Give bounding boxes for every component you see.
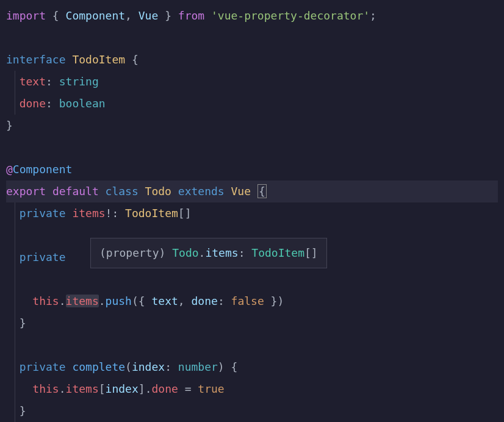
property-name: items xyxy=(72,207,105,220)
type-name: TodoItem xyxy=(72,53,125,66)
property-name: items xyxy=(66,382,99,395)
indent xyxy=(6,404,20,417)
string-literal: 'vue-property-decorator' xyxy=(211,9,370,22)
property-name: text xyxy=(20,75,46,88)
boolean-literal: true xyxy=(198,382,224,395)
base-class: Vue xyxy=(231,185,251,198)
code-line: } xyxy=(6,400,498,422)
keyword-this: this xyxy=(32,382,59,395)
parameter: index xyxy=(132,360,165,373)
dot: . xyxy=(99,295,106,307)
tooltip-dot: . xyxy=(199,246,206,259)
keyword-from: from xyxy=(178,9,204,22)
paren: ) xyxy=(218,360,231,373)
decorator-at: @ xyxy=(6,163,13,176)
tooltip-paren: ) xyxy=(159,246,173,259)
space xyxy=(204,9,211,22)
space xyxy=(99,185,106,198)
indent xyxy=(6,97,20,110)
colon: : xyxy=(218,295,231,307)
keyword-private: private xyxy=(20,207,66,220)
code-line: this.items[index].done = true xyxy=(6,378,498,400)
brace: { xyxy=(46,9,66,22)
keyword-interface: interface xyxy=(6,53,66,66)
brace: } xyxy=(20,316,26,329)
space xyxy=(125,53,132,66)
indent xyxy=(6,360,20,373)
brace: } xyxy=(158,9,178,22)
code-line: private items!: TodoItem[] xyxy=(6,202,498,224)
hover-tooltip: (property) Todo.items: TodoItem[] xyxy=(90,238,327,268)
space xyxy=(251,185,257,198)
indent xyxy=(6,251,20,263)
tooltip-class: Todo xyxy=(172,246,198,259)
semicolon: ; xyxy=(370,9,376,22)
indent xyxy=(6,295,32,307)
brace: { xyxy=(132,53,139,66)
brace-cursor: { xyxy=(257,184,267,198)
code-line: import { Component, Vue } from 'vue-prop… xyxy=(6,5,498,27)
space xyxy=(46,185,52,198)
property-name: done xyxy=(151,382,178,395)
code-line: @Component xyxy=(6,159,498,181)
brace: } xyxy=(6,119,13,132)
colon: : xyxy=(165,360,178,373)
equals: = xyxy=(178,382,198,395)
paren: }) xyxy=(264,295,284,307)
tooltip-paren: ( xyxy=(99,246,106,259)
indent xyxy=(6,207,20,220)
keyword-class: class xyxy=(106,185,139,198)
identifier: Vue xyxy=(139,9,159,22)
bang: ! xyxy=(106,207,112,220)
tooltip-colon: : xyxy=(239,246,252,259)
bracket: ] xyxy=(139,382,145,395)
tooltip-brackets: [] xyxy=(304,246,318,259)
comma: , xyxy=(125,9,139,22)
dot: . xyxy=(59,382,66,395)
code-line-active: export default class Todo extends Vue { xyxy=(6,181,498,202)
code-line-blank xyxy=(6,137,498,159)
colon: : xyxy=(112,207,125,220)
keyword-this: this xyxy=(32,295,59,307)
variable: index xyxy=(106,382,139,395)
keyword-import: import xyxy=(6,9,46,22)
space xyxy=(66,207,73,220)
brace: { xyxy=(231,360,238,373)
method-name: complete xyxy=(72,360,125,373)
argument: text xyxy=(151,295,178,307)
indent xyxy=(6,382,32,395)
keyword-export: export xyxy=(6,185,46,198)
type-name: TodoItem xyxy=(125,207,178,220)
code-line: interface TodoItem { xyxy=(6,49,498,71)
code-line: private (property) Todo.items: TodoItem[… xyxy=(6,246,498,290)
tooltip-prop: items xyxy=(205,246,238,259)
space xyxy=(171,185,178,198)
code-line: this.items.push({ text, done: false }) xyxy=(6,290,498,312)
space xyxy=(66,360,73,373)
space xyxy=(139,185,145,198)
type-primitive: string xyxy=(59,75,99,88)
brackets: [] xyxy=(178,207,192,220)
boolean-literal: false xyxy=(231,295,264,307)
tooltip-label: property xyxy=(106,246,159,259)
code-line: text: string xyxy=(6,71,498,93)
code-line: private complete(index: number) { xyxy=(6,356,498,378)
brace: } xyxy=(20,404,26,417)
indent xyxy=(6,316,20,329)
space xyxy=(66,53,73,66)
identifier: Component xyxy=(66,9,126,22)
space xyxy=(225,185,231,198)
paren: ( xyxy=(125,360,132,373)
indent xyxy=(6,75,20,88)
code-line: } xyxy=(6,312,498,334)
dot: . xyxy=(145,382,152,395)
property-name-highlighted: items xyxy=(66,295,99,307)
class-name: Todo xyxy=(145,185,171,198)
code-line: done: boolean xyxy=(6,93,498,115)
paren: ({ xyxy=(132,295,152,307)
code-editor[interactable]: import { Component, Vue } from 'vue-prop… xyxy=(6,5,498,422)
colon: : xyxy=(46,75,59,88)
property-name: done xyxy=(20,97,46,110)
keyword-private: private xyxy=(20,251,66,263)
decorator-name: Component xyxy=(13,163,73,176)
